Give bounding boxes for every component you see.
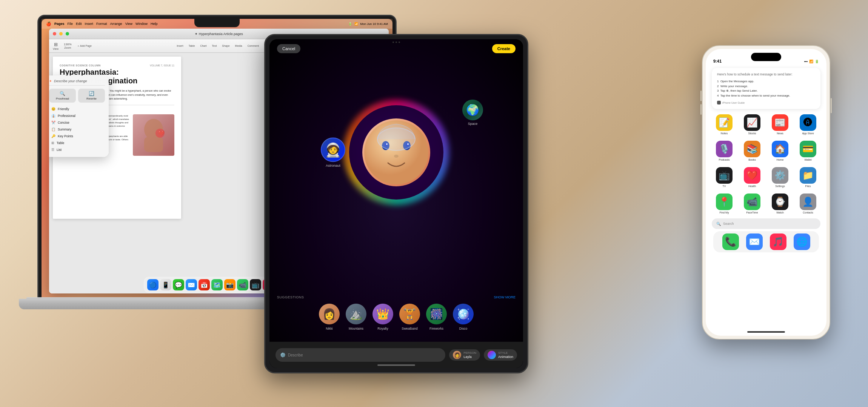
volume-up-button[interactable] [700, 91, 702, 101]
cancel-button[interactable]: Cancel [277, 44, 300, 53]
toolbar-text[interactable]: Text [212, 45, 217, 47]
person-tag-label: PERSON [463, 351, 476, 355]
suggestion-royalty[interactable]: 👑 Royalty [372, 304, 393, 330]
menubar-view[interactable]: View [125, 22, 132, 26]
table-item[interactable]: ⊞ Table [49, 140, 105, 146]
proofread-label: Proofread [56, 97, 69, 100]
popover-title: Describe your change [54, 79, 87, 83]
professional-label: Professional [58, 114, 75, 118]
minimize-button[interactable] [59, 32, 63, 35]
ipad-screen: Cancel Create [269, 39, 523, 368]
iphone-search-bar[interactable]: 🔍 Search [712, 218, 820, 229]
battery-icon: 🔋 [815, 60, 819, 63]
news-label: News [777, 132, 783, 135]
create-button[interactable]: Create [492, 44, 516, 53]
home-label: Home [777, 158, 784, 161]
menubar-arrange[interactable]: Arrange [110, 22, 122, 26]
app-tv[interactable]: 📺 TV [712, 167, 737, 187]
volume-down-button[interactable] [700, 104, 702, 115]
menubar-edit[interactable]: Edit [76, 22, 82, 26]
dock-maps[interactable]: 🗺️ [211, 279, 223, 290]
stocks-label: Stocks [748, 132, 756, 135]
app-contacts[interactable]: 👤 Contacts [796, 194, 820, 214]
menubar-window[interactable]: Window [135, 22, 148, 26]
dock-mail[interactable]: ✉️ [186, 279, 197, 290]
notification-source: iPhone User Guide [717, 101, 815, 104]
close-button[interactable] [53, 32, 56, 35]
friendly-item[interactable]: 😊 Friendly [49, 106, 105, 112]
toolbar-comment[interactable]: Comment [248, 45, 259, 47]
menubar-time: Mon Jun 10 9:41 AM [360, 22, 388, 26]
toolbar-add-page[interactable]: ＋ Add Page [77, 44, 92, 48]
menubar-insert[interactable]: Insert [85, 22, 94, 26]
home-indicator [377, 364, 415, 366]
app-news[interactable]: 📰 News [768, 114, 793, 135]
person-tag-value: Layla [463, 355, 476, 359]
article-volume: VOLUME 7, ISSUE 11 [150, 64, 174, 67]
dock-calendar[interactable]: 📅 [199, 279, 210, 290]
app-health[interactable]: ❤️ Health [740, 167, 765, 187]
dock-photos[interactable]: 📸 [224, 279, 235, 290]
rewrite-button[interactable]: 🔄 Rewrite [78, 89, 105, 103]
dock-messages[interactable]: 💬 [173, 279, 184, 290]
dock-finder[interactable]: 🔵 [147, 279, 159, 290]
toolbar-table[interactable]: Table [189, 45, 195, 47]
friendly-label: Friendly [58, 107, 69, 111]
app-files[interactable]: 📁 Files [796, 167, 820, 187]
menubar-help[interactable]: Help [151, 22, 158, 26]
summary-item[interactable]: 📋 Summary [49, 126, 105, 133]
list-icon: ☰ [51, 148, 54, 152]
menubar-app[interactable]: Pages [54, 22, 65, 26]
toolbar-shape[interactable]: Shape [222, 45, 229, 47]
app-watch[interactable]: ⌚ Watch [768, 194, 793, 214]
dock-phone[interactable]: 📞 [722, 233, 739, 250]
professional-item[interactable]: 👔 Professional [49, 112, 105, 119]
proofread-button[interactable]: 🔍 Proofread [49, 89, 76, 103]
toolbar-zoom[interactable]: 136% Zoom [64, 43, 71, 49]
style-tag[interactable]: STYLE Animation [484, 349, 517, 361]
podcasts-label: Podcasts [719, 158, 730, 161]
toolbar-insert[interactable]: Insert [177, 45, 183, 47]
app-appstore[interactable]: 🅐 App Store [796, 114, 820, 135]
dock-facetime[interactable]: 📹 [237, 279, 248, 290]
royalty-bubble: 👑 [372, 304, 393, 324]
genmoji-search[interactable]: ⚙️ Describe [275, 348, 445, 362]
show-more-button[interactable]: SHOW MORE [494, 295, 516, 299]
podcasts-icon: 🎙️ [716, 141, 733, 157]
dock-launchpad[interactable]: 📱 [160, 279, 171, 290]
app-findmy[interactable]: 📍 Find My [712, 194, 737, 214]
suggestion-nikki[interactable]: 👩 Nikki [319, 304, 340, 330]
power-button[interactable] [831, 98, 832, 113]
menubar-file[interactable]: File [68, 22, 73, 26]
settings-icon: ⚙️ [772, 167, 788, 184]
home-indicator [747, 331, 785, 333]
app-home[interactable]: 🏠 Home [768, 141, 793, 161]
toolbar-chart[interactable]: Chart [200, 45, 206, 47]
dock-music[interactable]: 🎵 [770, 233, 786, 250]
suggestion-mountains[interactable]: ⛰️ Mountains [346, 304, 366, 330]
person-tag[interactable]: 👩 PERSON Layla [449, 349, 480, 361]
concise-item[interactable]: ✂️ Concise [49, 119, 105, 126]
app-stocks[interactable]: 📈 Stocks [740, 114, 765, 135]
app-settings[interactable]: ⚙️ Settings [768, 167, 793, 187]
dock-safari[interactable]: 🌐 [794, 233, 810, 250]
app-facetime[interactable]: 📹 FaceTime [740, 194, 765, 214]
app-wallet[interactable]: 💳 Wallet [796, 141, 820, 161]
emoji-main-area: 🧑‍🚀 Astronaut 🌍 Space [269, 62, 523, 243]
suggestion-disco[interactable]: 🪩 Disco [453, 304, 474, 330]
suggestion-sweatband[interactable]: 🏋️ Sweatband [399, 304, 420, 330]
dock-appletv[interactable]: 📺 [250, 279, 261, 290]
app-books[interactable]: 📚 Books [740, 141, 765, 161]
app-grid-row1: 📝 Notes 📈 Stocks 📰 News 🅐 [712, 113, 820, 136]
list-item[interactable]: ☰ List [49, 146, 105, 153]
key-points-item[interactable]: 🔑 Key Points [49, 133, 105, 140]
suggestion-fireworks[interactable]: 🎆 Fireworks [426, 304, 447, 330]
app-podcasts[interactable]: 🎙️ Podcasts [712, 141, 737, 161]
toolbar-view[interactable]: ⊞ View [53, 42, 58, 50]
toolbar-media[interactable]: Media [235, 45, 242, 47]
dock-mail[interactable]: ✉️ [746, 233, 763, 250]
window-title: ✦ Hyperphantasia Article.pages [195, 32, 243, 36]
maximize-button[interactable] [66, 32, 69, 35]
app-notes[interactable]: 📝 Notes [712, 114, 737, 135]
menubar-format[interactable]: Format [96, 22, 107, 26]
